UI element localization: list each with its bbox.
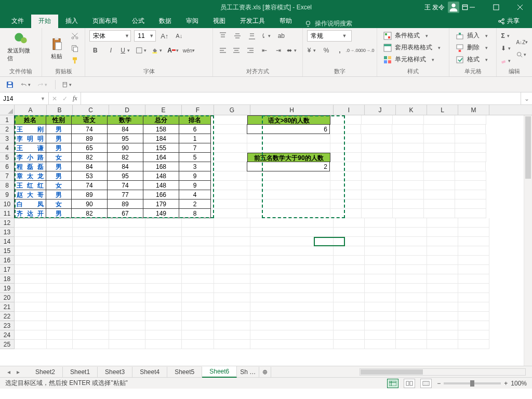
- cell[interactable]: [73, 340, 109, 349]
- cell[interactable]: [250, 284, 334, 293]
- cell[interactable]: [334, 293, 365, 302]
- cell[interactable]: [15, 321, 47, 330]
- cell[interactable]: [458, 293, 489, 302]
- sheet-tab[interactable]: Sheet3: [98, 367, 132, 377]
- cell[interactable]: [145, 256, 182, 265]
- normal-view-button[interactable]: [387, 379, 398, 388]
- cell[interactable]: [109, 218, 145, 228]
- row-header[interactable]: 22: [0, 312, 15, 321]
- worksheet-grid[interactable]: A B C D E F G H I J K L M 1姓名性别语文数学总分排名语…: [0, 105, 532, 366]
- cell[interactable]: [250, 312, 334, 321]
- cell[interactable]: [182, 256, 214, 265]
- cell[interactable]: [182, 321, 214, 330]
- cell[interactable]: 姓名: [14, 115, 46, 125]
- cell[interactable]: [330, 181, 362, 190]
- name-box[interactable]: J14▼: [0, 92, 49, 104]
- cell[interactable]: [362, 134, 393, 143]
- cell[interactable]: [361, 162, 392, 171]
- cell[interactable]: [334, 246, 365, 256]
- cell[interactable]: [393, 171, 424, 181]
- cell[interactable]: 赵 大 哥: [14, 190, 46, 200]
- cell[interactable]: 148: [143, 171, 179, 181]
- cell[interactable]: [458, 330, 489, 340]
- delete-cells-button[interactable]: 删除▾: [454, 42, 492, 53]
- cell[interactable]: 53: [71, 171, 108, 181]
- cell[interactable]: [250, 228, 334, 237]
- cell[interactable]: [47, 312, 73, 321]
- cell[interactable]: [47, 256, 73, 265]
- cell[interactable]: [182, 218, 214, 228]
- cell[interactable]: 李 明 明: [14, 134, 46, 143]
- row-header[interactable]: 21: [0, 302, 15, 312]
- tab-view[interactable]: 视图: [206, 14, 233, 28]
- cell[interactable]: [396, 256, 427, 265]
- cell[interactable]: [423, 125, 455, 134]
- row-header[interactable]: 15: [0, 246, 15, 256]
- merge-button[interactable]: ⬌▾: [287, 45, 298, 56]
- cell[interactable]: [73, 312, 109, 321]
- format-painter-button[interactable]: [69, 55, 81, 66]
- cell[interactable]: [396, 246, 427, 256]
- increase-decimal-button[interactable]: .0→.00: [348, 45, 359, 56]
- cell[interactable]: [15, 246, 47, 256]
- cell[interactable]: 89: [71, 134, 108, 143]
- cell[interactable]: 王 红 红: [14, 180, 46, 190]
- cell[interactable]: [109, 312, 145, 321]
- cell[interactable]: [455, 209, 486, 218]
- cell[interactable]: [214, 293, 250, 302]
- decrease-decimal-button[interactable]: .00→.0: [361, 45, 373, 56]
- cell[interactable]: [15, 293, 47, 302]
- cell[interactable]: 179: [143, 199, 179, 209]
- cell[interactable]: [334, 228, 365, 237]
- cell[interactable]: 语文>80的人数: [247, 115, 330, 125]
- cell[interactable]: [182, 293, 214, 302]
- cell[interactable]: [334, 274, 365, 284]
- cell[interactable]: [109, 340, 145, 349]
- cell[interactable]: [427, 330, 458, 340]
- cell[interactable]: [330, 200, 362, 209]
- cell[interactable]: [145, 218, 182, 228]
- cell[interactable]: [211, 153, 247, 162]
- col-header[interactable]: K: [396, 105, 427, 115]
- cell[interactable]: 李 小 路: [14, 152, 46, 162]
- row-header[interactable]: 13: [0, 228, 15, 237]
- cell[interactable]: [362, 115, 393, 125]
- border-button[interactable]: ▾: [136, 45, 148, 56]
- cell[interactable]: [427, 302, 458, 312]
- cell[interactable]: [182, 246, 214, 256]
- cell[interactable]: [182, 330, 214, 340]
- cell[interactable]: [250, 246, 334, 256]
- cell[interactable]: [182, 284, 214, 293]
- cell[interactable]: [109, 321, 145, 330]
- cell[interactable]: [47, 330, 73, 340]
- cell[interactable]: [458, 237, 489, 246]
- cell[interactable]: [424, 143, 455, 153]
- cell[interactable]: [250, 256, 334, 265]
- cell[interactable]: 男: [46, 124, 72, 134]
- cell[interactable]: [250, 340, 334, 349]
- row-header[interactable]: 1: [0, 115, 15, 125]
- cell[interactable]: 164: [143, 152, 179, 162]
- cell[interactable]: [334, 340, 365, 349]
- cell[interactable]: [214, 237, 250, 246]
- cell[interactable]: [330, 162, 361, 171]
- cell[interactable]: 女: [46, 152, 72, 162]
- cell[interactable]: [458, 218, 489, 228]
- cell[interactable]: [393, 143, 424, 153]
- tab-file[interactable]: 文件: [4, 14, 31, 28]
- cell[interactable]: [362, 153, 393, 162]
- cell[interactable]: 女: [46, 180, 72, 190]
- row-header[interactable]: 16: [0, 256, 15, 265]
- sort-filter-button[interactable]: A↓Z▾: [516, 36, 528, 48]
- cell[interactable]: [330, 143, 362, 153]
- cell[interactable]: 168: [143, 162, 179, 171]
- cell[interactable]: 男: [46, 143, 72, 153]
- cell[interactable]: [458, 274, 489, 284]
- tab-developer[interactable]: 开发工具: [233, 14, 272, 28]
- cell[interactable]: [455, 143, 486, 153]
- cell[interactable]: [458, 256, 489, 265]
- cell[interactable]: [365, 274, 396, 284]
- cell[interactable]: [250, 330, 334, 340]
- cell[interactable]: [362, 190, 393, 200]
- cell[interactable]: [109, 293, 145, 302]
